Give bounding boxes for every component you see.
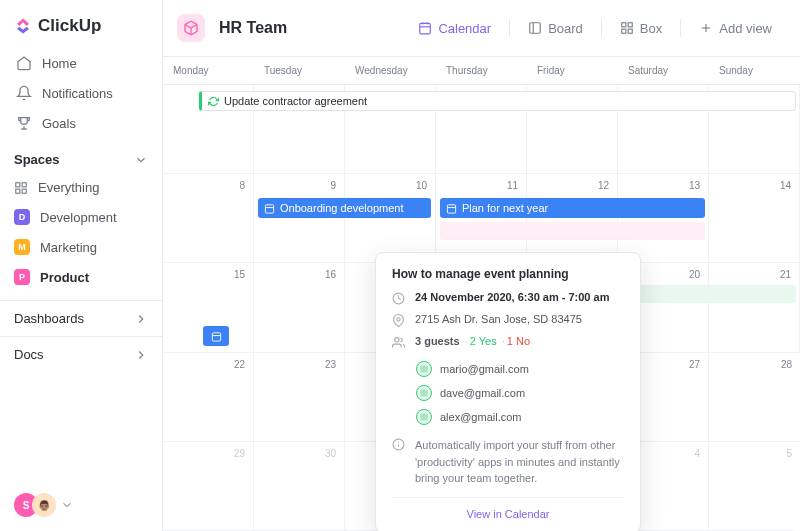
event-popover: How to manage event planning 24 November… [375, 252, 641, 531]
event-stub[interactable] [203, 326, 229, 346]
event-bar[interactable] [440, 222, 705, 240]
space-development[interactable]: D Development [0, 202, 162, 232]
section-label: Docs [14, 347, 44, 362]
popover-datetime: 24 November 2020, 6:30 am - 7:00 am [415, 291, 609, 303]
topbar: HR Team Calendar Board Box [163, 0, 800, 57]
cube-icon [183, 20, 199, 36]
calendar-icon [264, 203, 275, 214]
day-number: 27 [689, 359, 700, 370]
guest-row[interactable]: dave@gmail.com [416, 381, 624, 405]
calendar-icon [211, 331, 222, 342]
svg-rect-2 [16, 189, 20, 193]
day-cell[interactable]: 28 [709, 353, 800, 441]
view-calendar[interactable]: Calendar [408, 15, 501, 42]
space-badge: M [14, 239, 30, 255]
guest-avatar-icon [416, 361, 432, 377]
space-marketing[interactable]: M Marketing [0, 232, 162, 262]
view-label: Add view [719, 21, 772, 36]
brand-logo[interactable]: ClickUp [0, 0, 162, 48]
day-cell[interactable]: 23 [254, 353, 345, 441]
chevron-down-icon [60, 498, 74, 512]
space-everything[interactable]: Everything [0, 173, 162, 202]
day-cell[interactable]: 5 [709, 442, 800, 530]
svg-rect-1 [22, 182, 26, 186]
dow-label: Tuesday [254, 57, 345, 84]
main: HR Team Calendar Board Box [163, 0, 800, 531]
user-avatars[interactable]: S 👨🏽 [0, 479, 162, 531]
day-number: 30 [325, 448, 336, 459]
avatar[interactable]: 👨🏽 [32, 493, 56, 517]
day-cell[interactable]: 10 [345, 174, 436, 262]
popover-description: Automatically import your stuff from oth… [415, 437, 624, 487]
nav-notifications[interactable]: Notifications [6, 78, 156, 108]
nav-dashboards[interactable]: Dashboards [0, 300, 162, 336]
refresh-icon [208, 96, 219, 107]
nav-goals[interactable]: Goals [6, 108, 156, 138]
users-icon [392, 336, 405, 349]
svg-rect-4 [420, 23, 431, 33]
day-cell[interactable]: 30 [254, 442, 345, 530]
day-cell[interactable]: 13 [618, 174, 709, 262]
day-cell[interactable]: 14 [709, 174, 800, 262]
guest-row[interactable]: alex@gmail.com [416, 405, 624, 429]
day-number: 15 [234, 269, 245, 280]
day-cell[interactable]: 11 [436, 174, 527, 262]
day-cell[interactable]: 21 [709, 263, 800, 351]
spaces-header[interactable]: Spaces [0, 138, 162, 173]
event-contractor[interactable]: Update contractor agreement [199, 91, 796, 111]
day-cell[interactable]: 29 [163, 442, 254, 530]
guest-row[interactable]: mario@gmail.com [416, 357, 624, 381]
guest-avatar-icon [416, 385, 432, 401]
page-title: HR Team [219, 19, 287, 37]
svg-rect-0 [16, 182, 20, 186]
view-board[interactable]: Board [518, 15, 593, 42]
space-label: Product [40, 270, 89, 285]
space-badge: P [14, 269, 30, 285]
separator [680, 19, 681, 37]
view-label: Calendar [438, 21, 491, 36]
dow-label: Monday [163, 57, 254, 84]
view-switcher: Calendar Board Box Add view [408, 15, 782, 42]
space-label: Development [40, 210, 117, 225]
nav-label: Goals [42, 116, 76, 131]
svg-rect-10 [622, 23, 626, 27]
day-cell[interactable]: 8 [163, 174, 254, 262]
nav-home[interactable]: Home [6, 48, 156, 78]
grid-icon [14, 181, 28, 195]
day-number: 23 [325, 359, 336, 370]
svg-point-23 [397, 318, 400, 321]
day-cell[interactable]: 12 [527, 174, 618, 262]
day-cell[interactable]: 16 [254, 263, 345, 351]
guest-email: dave@gmail.com [440, 387, 525, 399]
event-nextyear[interactable]: Plan for next year [440, 198, 705, 218]
clickup-logo-icon [14, 17, 32, 35]
box-icon [620, 21, 634, 35]
week-row: 1 2 3 4 5 6 7 Update contractor agreemen… [163, 85, 800, 174]
day-number: 20 [689, 269, 700, 280]
view-box[interactable]: Box [610, 15, 672, 42]
dow-label: Friday [527, 57, 618, 84]
day-cell[interactable]: 22 [163, 353, 254, 441]
space-product[interactable]: P Product [0, 262, 162, 292]
svg-rect-8 [530, 23, 541, 34]
dow-label: Saturday [618, 57, 709, 84]
bell-icon [16, 85, 32, 101]
guest-list: mario@gmail.com dave@gmail.com alex@gmai… [416, 357, 624, 429]
section-label: Spaces [14, 152, 60, 167]
event-onboarding[interactable]: Onboarding development [258, 198, 432, 218]
day-number: 21 [780, 269, 791, 280]
location-icon [392, 314, 405, 327]
add-view[interactable]: Add view [689, 15, 782, 42]
view-label: Board [548, 21, 583, 36]
day-cell[interactable]: 9 [254, 174, 345, 262]
chevron-right-icon [134, 348, 148, 362]
plus-icon [699, 21, 713, 35]
svg-rect-18 [447, 205, 455, 213]
nav-label: Notifications [42, 86, 113, 101]
calendar-icon [418, 21, 432, 35]
sidebar: ClickUp Home Notifications Goals Spaces … [0, 0, 163, 531]
day-number: 28 [781, 359, 792, 370]
nav-docs[interactable]: Docs [0, 336, 162, 372]
day-number: 13 [689, 180, 700, 191]
view-in-calendar-link[interactable]: View in Calendar [392, 497, 624, 524]
